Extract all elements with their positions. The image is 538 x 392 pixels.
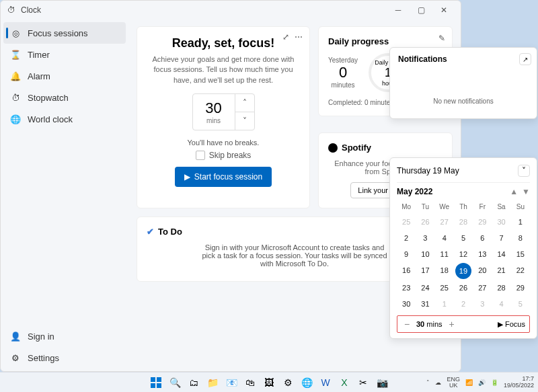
calendar-day[interactable]: 4: [435, 231, 454, 245]
calendar-day[interactable]: 27: [435, 214, 454, 229]
play-icon: ▶: [184, 172, 190, 182]
calendar-day[interactable]: 24: [416, 280, 434, 295]
mail-icon[interactable]: 📧: [224, 375, 239, 390]
calendar-day[interactable]: 17: [416, 263, 434, 279]
close-button[interactable]: ✕: [432, 1, 455, 19]
collapse-calendar-button[interactable]: ˅: [518, 165, 530, 177]
calendar-day[interactable]: 20: [473, 263, 492, 279]
calendar-day[interactable]: 30: [492, 214, 510, 229]
settings-icon[interactable]: ⚙: [280, 375, 295, 390]
calendar-day[interactable]: 15: [511, 247, 530, 262]
calendar-day[interactable]: 27: [473, 280, 492, 295]
calendar-dow: We: [435, 200, 454, 213]
calendar-day[interactable]: 29: [511, 280, 530, 295]
calendar-day[interactable]: 18: [435, 263, 454, 279]
task-view-icon[interactable]: 🗂: [186, 375, 201, 390]
daily-title: Daily progress: [328, 36, 443, 46]
calendar-day[interactable]: 5: [454, 231, 473, 245]
calendar-day[interactable]: 5: [511, 297, 530, 311]
pin-icon[interactable]: ⤢: [282, 32, 289, 42]
more-icon[interactable]: ⋯: [295, 32, 303, 42]
calendar-day[interactable]: 23: [397, 280, 416, 295]
calendar-day[interactable]: 2: [397, 231, 416, 245]
calendar-day[interactable]: 29: [473, 214, 492, 229]
nav-world-clock[interactable]: 🌐World clock: [3, 108, 126, 130]
maximize-button[interactable]: ▢: [410, 1, 432, 19]
calendar-day[interactable]: 1: [435, 297, 454, 311]
calendar-day[interactable]: 30: [397, 297, 416, 311]
camera-icon[interactable]: 📷: [375, 375, 389, 390]
calendar-day[interactable]: 8: [511, 231, 530, 245]
tray-lang[interactable]: ENG UK: [447, 377, 460, 389]
search-icon[interactable]: 🔍: [167, 375, 182, 390]
nav-timer[interactable]: ⌛Timer: [3, 44, 126, 65]
calendar-day[interactable]: 16: [397, 263, 416, 279]
notifications-settings-button[interactable]: ↗: [519, 53, 531, 65]
tray-battery-icon[interactable]: 🔋: [491, 379, 498, 386]
duration-spinbox: 30 mins ˄ ˅: [192, 93, 255, 130]
nav-settings[interactable]: ⚙Settings: [3, 347, 126, 368]
focus-increment-button[interactable]: +: [447, 319, 457, 329]
calendar-month[interactable]: May 2022: [397, 187, 432, 196]
stopwatch-icon: ⏱: [10, 92, 21, 103]
calendar-day[interactable]: 25: [435, 280, 454, 295]
calendar-dow: Mo: [397, 200, 416, 213]
tray-wifi-icon[interactable]: 📶: [465, 379, 473, 386]
calendar-day[interactable]: 19: [455, 263, 471, 279]
skip-breaks-checkbox[interactable]: Skip breaks: [147, 151, 300, 160]
store-icon[interactable]: 🛍: [243, 375, 258, 390]
next-month-button[interactable]: ▼: [522, 187, 530, 196]
calendar-day[interactable]: 26: [454, 280, 473, 295]
start-button[interactable]: [149, 375, 163, 390]
calendar-day[interactable]: 26: [416, 214, 434, 229]
nav-stopwatch[interactable]: ⏱Stopwatch: [3, 87, 126, 108]
calendar-day[interactable]: 10: [416, 247, 434, 262]
calendar-day[interactable]: 3: [416, 231, 434, 245]
calendar-day[interactable]: 9: [397, 247, 416, 262]
nav-focus-sessions[interactable]: ◎Focus sessions: [3, 22, 126, 44]
tray-chevron-icon[interactable]: ˄: [426, 379, 430, 386]
calendar-day[interactable]: 14: [492, 247, 510, 262]
calendar-day[interactable]: 2: [454, 297, 473, 311]
snip-icon[interactable]: ✂: [356, 375, 371, 390]
calendar-date[interactable]: Thursday 19 May: [397, 166, 459, 175]
calendar-day[interactable]: 22: [511, 263, 530, 279]
calendar-day[interactable]: 28: [454, 214, 473, 229]
calendar-day[interactable]: 25: [397, 214, 416, 229]
focus-bar: − 30 mins + ▶ Focus: [397, 315, 530, 333]
duration-input[interactable]: 30 mins: [193, 94, 235, 130]
excel-icon[interactable]: X: [337, 375, 352, 390]
focus-decrement-button[interactable]: −: [401, 319, 412, 329]
calendar-day[interactable]: 31: [416, 297, 434, 311]
calendar-day[interactable]: 13: [473, 247, 492, 262]
word-icon[interactable]: W: [318, 375, 333, 390]
taskbar: 🔍 🗂 📁 📧 🛍 🖼 ⚙ 🌐 W X ✂ 📷 ˄ ☁ ENG UK 📶 🔊 🔋…: [0, 372, 538, 392]
edit-icon[interactable]: ✎: [438, 34, 445, 43]
photos-icon[interactable]: 🖼: [262, 375, 276, 390]
tray-onedrive-icon[interactable]: ☁: [435, 379, 441, 386]
calendar-day[interactable]: 11: [435, 247, 454, 262]
edge-icon[interactable]: 🌐: [299, 375, 314, 390]
calendar-day[interactable]: 12: [454, 247, 473, 262]
nav-alarm[interactable]: 🔔Alarm: [3, 65, 126, 87]
calendar-day[interactable]: 28: [492, 280, 510, 295]
calendar-day[interactable]: 7: [492, 231, 510, 245]
calendar-day[interactable]: 4: [492, 297, 510, 311]
start-focus-button[interactable]: ▶ Start focus session: [175, 167, 272, 187]
calendar-day[interactable]: 21: [492, 263, 510, 279]
sidebar: ◎Focus sessions ⌛Timer 🔔Alarm ⏱Stopwatch…: [1, 19, 128, 371]
calendar-day[interactable]: 1: [511, 214, 530, 229]
minimize-button[interactable]: ─: [387, 1, 410, 19]
focus-start-button[interactable]: ▶ Focus: [498, 320, 525, 329]
tray-clock[interactable]: 17:7 19/05/2022: [504, 376, 534, 389]
prev-month-button[interactable]: ▲: [510, 187, 518, 196]
calendar-day[interactable]: 6: [473, 231, 492, 245]
tray-volume-icon[interactable]: 🔊: [478, 379, 486, 386]
duration-up-button[interactable]: ˄: [235, 94, 254, 112]
duration-down-button[interactable]: ˅: [235, 112, 254, 130]
explorer-icon[interactable]: 📁: [205, 375, 220, 390]
nav-sign-in[interactable]: 👤Sign in: [3, 325, 126, 347]
focus-card: ⤢ ⋯ Ready, set, focus! Achieve your goal…: [137, 26, 310, 208]
timer-icon: ⌛: [10, 49, 21, 60]
calendar-day[interactable]: 3: [473, 297, 492, 311]
